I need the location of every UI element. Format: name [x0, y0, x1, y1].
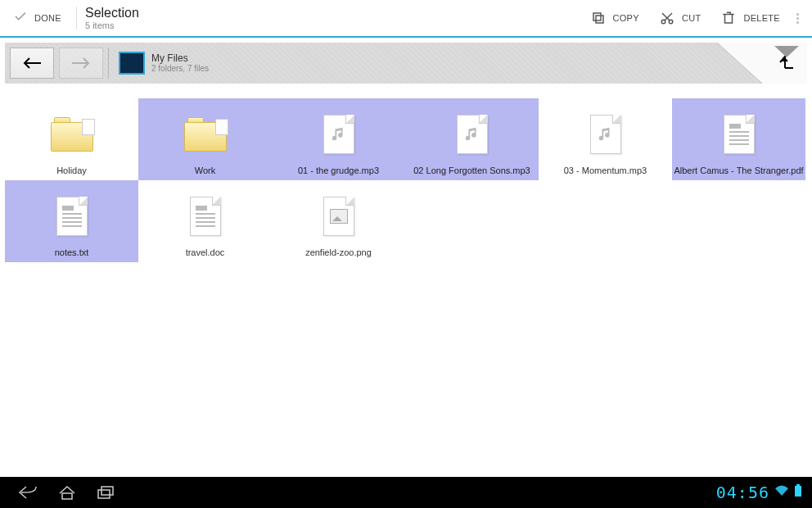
sys-home-button[interactable]: [47, 477, 87, 508]
document-file-icon: [724, 115, 755, 154]
file-item[interactable]: Holiday: [5, 98, 138, 180]
svg-rect-14: [102, 487, 113, 495]
breadcrumb-name: My Files: [151, 52, 209, 64]
copy-button[interactable]: COPY: [580, 0, 649, 37]
separator: [76, 7, 77, 29]
file-name: 03 - Momentum.mp3: [564, 166, 647, 175]
file-icon-wrap: [273, 185, 404, 247]
system-nav-bar: 04:56: [0, 477, 812, 508]
done-label: DONE: [34, 13, 61, 23]
breadcrumb-root[interactable]: My Files 2 folders, 7 files: [112, 48, 215, 79]
page-title: Selection: [85, 5, 139, 20]
svg-rect-15: [796, 484, 800, 486]
done-button[interactable]: DONE: [7, 9, 68, 27]
file-name: Albert Camus - The Stranger.pdf: [674, 166, 803, 175]
nav-back-button[interactable]: [10, 48, 54, 79]
overflow-menu-button[interactable]: [790, 11, 805, 25]
file-icon-wrap: [674, 103, 804, 166]
breadcrumb-detail: 2 folders, 7 files: [151, 64, 209, 74]
file-name: travel.doc: [186, 247, 225, 257]
file-icon-wrap: [140, 103, 270, 166]
copy-icon: [590, 10, 607, 26]
file-item[interactable]: 02 Long Forgotten Sons.mp3: [405, 98, 539, 180]
breadcrumb-bar: My Files 2 folders, 7 files: [5, 43, 807, 84]
file-icon-wrap: [407, 103, 537, 166]
delete-button[interactable]: DELETE: [710, 0, 790, 37]
file-item[interactable]: 01 - the grudge.mp3: [272, 98, 405, 180]
file-name: 01 - the grudge.mp3: [298, 166, 379, 175]
svg-rect-1: [593, 13, 601, 20]
scissors-icon: [659, 10, 675, 26]
cut-button[interactable]: CUT: [649, 0, 711, 37]
document-file-icon: [56, 197, 88, 236]
file-icon-wrap: [7, 185, 137, 247]
document-file-icon: [190, 197, 221, 236]
file-item[interactable]: Albert Camus - The Stranger.pdf: [672, 98, 805, 180]
file-grid: HolidayWork01 - the grudge.mp302 Long Fo…: [0, 88, 812, 272]
file-item[interactable]: travel.doc: [138, 180, 272, 262]
drive-icon: [119, 52, 145, 75]
copy-label: COPY: [613, 13, 639, 23]
file-name: zenfield-zoo.png: [305, 247, 372, 257]
audio-file-icon: [323, 115, 354, 154]
file-name: Holiday: [56, 166, 87, 175]
file-icon-wrap: [140, 185, 270, 247]
folded-shadow: [774, 46, 807, 61]
system-clock: 04:56: [716, 483, 769, 502]
folder-icon: [51, 117, 93, 152]
file-item[interactable]: notes.txt: [5, 180, 138, 262]
image-file-icon: [323, 197, 354, 236]
svg-marker-11: [774, 46, 799, 57]
wifi-icon: [774, 485, 789, 500]
svg-line-9: [717, 43, 762, 84]
folder-icon: [184, 117, 227, 152]
svg-rect-13: [98, 490, 110, 498]
sys-back-button[interactable]: [8, 477, 47, 508]
file-icon-wrap: [273, 103, 404, 166]
action-bar: DONE Selection 5 items COPY CUT DELETE: [0, 0, 812, 38]
selection-count: 5 items: [85, 20, 139, 31]
battery-icon: [794, 484, 802, 501]
svg-rect-16: [795, 486, 801, 497]
delete-label: DELETE: [743, 13, 780, 23]
title-group: Selection 5 items: [85, 5, 139, 31]
file-item[interactable]: zenfield-zoo.png: [272, 180, 405, 262]
nav-forward-button: [59, 48, 103, 79]
svg-rect-12: [62, 493, 72, 499]
cut-label: CUT: [682, 13, 701, 23]
check-icon: [13, 9, 28, 27]
trash-icon: [720, 10, 737, 26]
svg-rect-0: [596, 16, 603, 23]
file-item[interactable]: 03 - Momentum.mp3: [539, 98, 672, 180]
file-item[interactable]: Work: [138, 98, 272, 180]
audio-file-icon: [457, 115, 488, 154]
file-name: notes.txt: [55, 247, 89, 257]
audio-file-icon: [590, 115, 621, 154]
sys-recent-button[interactable]: [87, 477, 126, 508]
file-icon-wrap: [7, 103, 137, 166]
file-icon-wrap: [540, 103, 670, 166]
file-name: 02 Long Forgotten Sons.mp3: [413, 166, 530, 175]
file-name: Work: [195, 166, 215, 175]
